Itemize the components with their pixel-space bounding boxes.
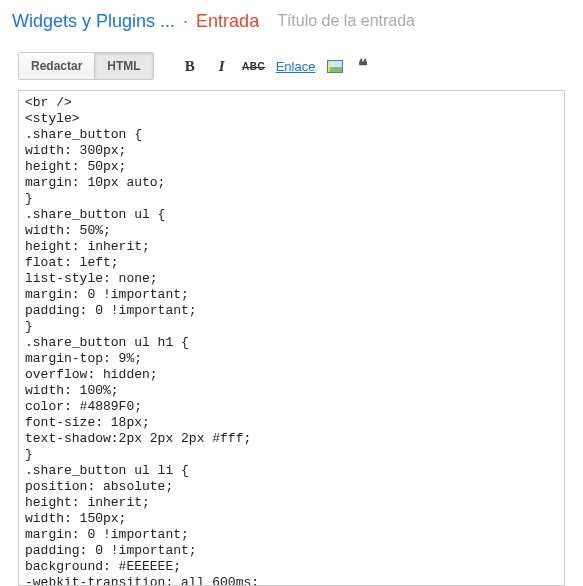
bold-button[interactable]: B bbox=[180, 56, 200, 76]
insert-image-button[interactable] bbox=[327, 59, 343, 73]
strikethrough-button[interactable]: ABC bbox=[244, 56, 264, 76]
html-tab[interactable]: HTML bbox=[95, 53, 152, 79]
blockquote-button[interactable]: ❝ bbox=[355, 59, 371, 73]
italic-button[interactable]: I bbox=[212, 56, 232, 76]
breadcrumb-blog-link[interactable]: Widgets y Plugins ... bbox=[12, 11, 175, 32]
header-bar: Widgets y Plugins ... · Entrada bbox=[0, 0, 583, 42]
breadcrumb-separator: · bbox=[183, 11, 188, 32]
entry-label: Entrada bbox=[196, 11, 259, 32]
image-icon bbox=[327, 60, 343, 73]
editor-mode-segment: Redactar HTML bbox=[18, 52, 154, 80]
quote-icon: ❝ bbox=[358, 61, 368, 71]
format-tool-group: B I ABC Enlace ❝ bbox=[180, 56, 372, 76]
post-title-input[interactable] bbox=[275, 8, 571, 34]
editor-toolbar: Redactar HTML B I ABC Enlace ❝ bbox=[0, 42, 583, 90]
html-editor-textarea[interactable] bbox=[18, 90, 565, 586]
compose-tab[interactable]: Redactar bbox=[19, 53, 95, 79]
link-button[interactable]: Enlace bbox=[276, 59, 316, 74]
editor-container bbox=[0, 90, 583, 586]
